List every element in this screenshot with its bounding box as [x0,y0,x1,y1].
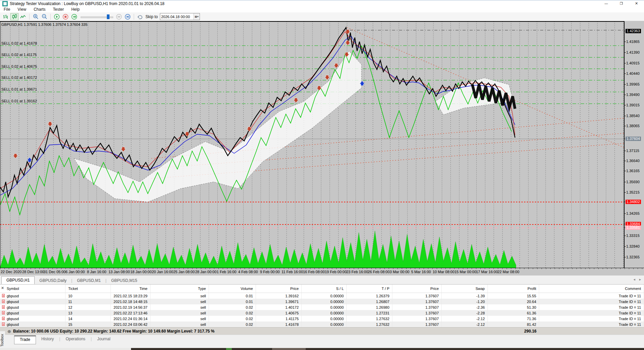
rewind-icon[interactable] [70,13,78,20]
menu-item-charts[interactable]: Charts [30,7,49,12]
price-label: 1.41865 [626,40,640,44]
skip-to-date-input[interactable] [160,15,194,19]
column-header-time[interactable]: Time [111,285,151,293]
cell-volume: 0.01 [209,299,256,304]
play-icon[interactable] [53,13,61,20]
column-header-swap[interactable]: Swap [442,285,488,293]
fast-forward-icon[interactable] [115,13,123,20]
zoom-out-icon[interactable] [40,13,48,20]
tab-scroll-arrows[interactable]: ◄ ► [633,278,643,281]
toolbar: Skip to ▦▾ [0,12,644,21]
column-header-price[interactable]: Price [256,285,302,293]
calendar-dropdown-icon[interactable]: ▦▾ [194,13,200,20]
column-header-tp[interactable]: T / P [347,285,392,293]
cell-price: 1.37607 [392,304,442,310]
column-header-volume[interactable]: Volume [209,285,256,293]
time-label: 1 Feb 16:00 [217,270,237,274]
cell-swap: -2.36 [442,304,488,310]
time-label: 9 Feb 00:00 [260,270,280,274]
title-bar[interactable]: Strategy Tester Visualization : LowBuy o… [0,0,644,7]
toolbox-tab-operations[interactable]: Operations [60,335,91,343]
sell-arrow-icon [48,122,53,127]
chart-tab-gbpusd-m15[interactable]: GBPUSD,M15 [106,277,142,284]
column-header-type[interactable]: Type [151,285,209,293]
chart-canvas[interactable] [0,21,624,268]
column-header-symbol[interactable]: Symbol [0,285,66,293]
menu-item-file[interactable]: File [0,7,14,12]
close-button[interactable]: ✕ [629,0,644,7]
cell-time: 2021.02.24 03:06:42 [111,321,151,327]
toolbox-tab-history[interactable]: History [36,335,59,343]
minimize-button[interactable]: — [599,0,614,7]
table-row[interactable]: gbpusd152021.02.24 03:06:42sell0.021.416… [0,321,644,327]
cell-price: 1.40675 [256,310,302,316]
menu-bar: FileViewChartsTesterHelp [0,7,644,12]
cell-type: sell [151,321,209,327]
cell-sl: 0.00000 [302,321,347,327]
price-label: 1.35215 [626,190,640,195]
cell-ticket: 14 [66,316,111,321]
toolbox-close-icon[interactable]: ✕ [1,286,4,290]
time-label: 25 Jan 08:00 [173,270,195,274]
cell-profit: 61.36 [488,310,539,316]
time-label: 15 Mar 00:00 [455,270,476,274]
buy-arrow-icon [27,157,32,162]
price-axis[interactable]: 1.423631.418651.413901.409151.404401.399… [624,21,644,268]
column-header-ticket[interactable]: Ticket [66,285,111,293]
menu-item-help[interactable]: Help [68,7,83,12]
table-row[interactable]: gbpusd102021.02.15 18:23:29sell0.011.391… [0,293,644,299]
skip-to-end-icon[interactable] [124,13,132,20]
zoom-in-icon[interactable] [32,13,40,20]
cell-tp: 1.26807 [347,299,392,304]
toolbox-tab-journal[interactable]: Journal [92,335,116,343]
menu-item-tester[interactable]: Tester [49,7,68,12]
table-row[interactable]: gbpusd132021.02.22 17:13:46sell0.021.406… [0,310,644,316]
cell-swap: -1.39 [442,293,488,299]
skip-refresh-icon[interactable] [136,13,144,20]
cell-price: 1.37607 [392,293,442,299]
price-label: 1.32840 [626,244,640,249]
sell-order-label: SELL 0.01 at 1.39671 [1,87,37,91]
column-header-sl[interactable]: S / L [302,285,347,293]
column-header-comment[interactable]: Comment [539,285,644,293]
cell-comment: Trade ID = 11 [539,304,644,310]
column-header-profit[interactable]: Profit [488,285,539,293]
time-label: 11 Feb 16:00 [282,270,303,274]
chart-tab-gbpusd-m1[interactable]: GBPUSD,M1 [72,277,105,284]
time-label: 5 Mar 16:00 [411,270,431,274]
price-label: 1.40440 [626,71,640,76]
cell-price: 1.37607 [392,321,442,327]
column-header-price[interactable]: Price [392,285,442,293]
toolbar-separator [50,14,51,20]
trade-table: SymbolTicketTimeTypeVolumePriceS / LT / … [0,285,644,327]
cell-price: 1.37607 [392,310,442,316]
menu-item-view[interactable]: View [14,7,30,12]
cell-profit: 71.36 [488,316,539,321]
time-label: 31 Dec 05:00 [44,270,66,274]
price-label: 1.40915 [626,61,640,65]
time-axis[interactable]: 22 Dec 202028 Dec 13:0031 Dec 05:006 Jan… [0,268,644,276]
candlestick-chart-icon[interactable] [10,13,18,20]
toolbox-tab-bar: TradeHistory|Operations|Journal [0,335,644,346]
price-label-highlighted: 1.37604 [626,137,641,141]
chart-tab-gbpusd-daily[interactable]: GBPUSD,Daily [35,277,71,284]
cell-sl: 0.00000 [302,293,347,299]
chart-tab-gbpusd-h1[interactable]: GBPUSD,H1 [1,276,35,284]
toolbox-side-tab[interactable]: Toolbox [0,331,5,349]
cell-sl: 0.00000 [302,310,347,316]
table-row[interactable]: gbpusd122021.02.19 14:56:37sell0.021.401… [0,304,644,310]
table-row[interactable]: gbpusd112021.02.18 14:48:15sell0.011.396… [0,299,644,304]
line-chart-icon[interactable] [19,13,27,20]
cell-price: 1.37607 [392,299,442,304]
table-row[interactable]: gbpusd142021.02.24 01:36:14sell0.021.411… [0,316,644,321]
toolbox-tab-trade[interactable]: Trade [14,336,36,344]
toolbar-separator [29,14,30,20]
speed-slider[interactable] [81,14,113,20]
sell-order-label: SELL 0.02 at 1.41678 [1,41,37,45]
price-chart[interactable]: GBPUSD,H1 1.37591 1.37606 1.37574 1.3760… [0,21,624,268]
stop-icon[interactable] [61,13,70,20]
cell-symbol: gbpusd [0,310,66,316]
bar-chart-icon[interactable] [2,13,10,20]
maximize-button[interactable]: ❐ [614,0,629,7]
speed-slider-handle[interactable] [107,14,110,19]
